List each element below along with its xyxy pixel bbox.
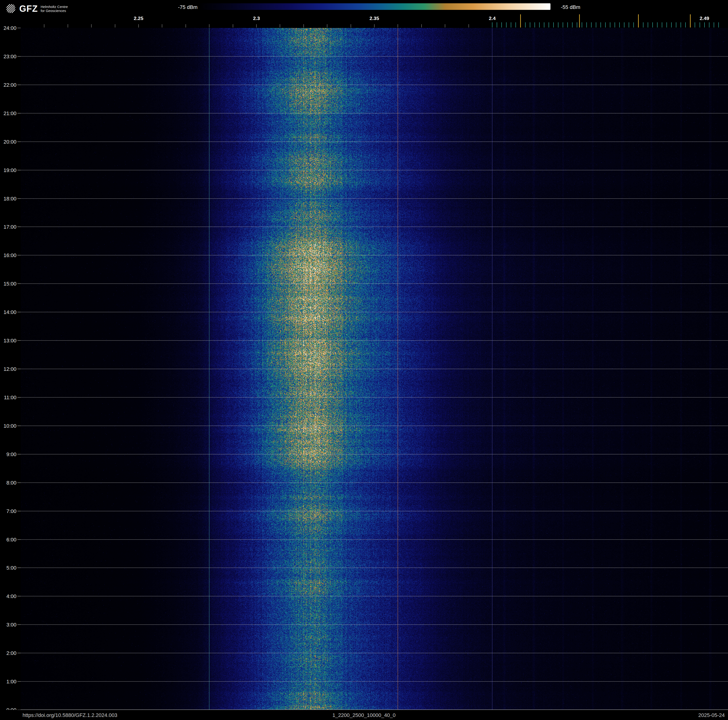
ism-channel-tick <box>515 22 516 28</box>
time-tick-label: 11:00 <box>0 395 17 401</box>
ism-channel-tick <box>492 22 492 28</box>
ism-channel-tick <box>681 22 681 28</box>
ism-channel-tick <box>676 22 676 28</box>
time-tick-label: 23:00 <box>0 54 17 60</box>
frequency-minor-tick <box>468 24 469 28</box>
hour-axis-tick <box>17 483 21 483</box>
hour-gridline <box>21 340 728 341</box>
time-tick-label: 1:00 <box>0 679 17 685</box>
hour-axis-tick <box>17 397 21 398</box>
ism-channel-tick <box>610 22 610 28</box>
hour-axis-tick <box>17 454 21 455</box>
ism-channel-tick <box>530 22 530 28</box>
ism-channel-tick <box>582 22 582 28</box>
date-text: 2025-05-24 <box>698 712 725 718</box>
header: GFZ Helmholtz Centre for Geosciences -75… <box>0 0 728 28</box>
ism-channel-tick <box>563 22 563 28</box>
hour-axis-tick <box>17 596 21 596</box>
frequency-marker-line <box>492 28 492 710</box>
hour-gridline <box>21 255 728 256</box>
frequency-minor-tick <box>115 24 115 28</box>
hour-gridline <box>21 511 728 511</box>
hour-gridline <box>21 426 728 426</box>
time-tick-label: 15:00 <box>0 281 17 287</box>
time-tick-label: 17:00 <box>0 224 17 230</box>
ism-channel-tick <box>605 22 606 28</box>
ism-channel-tick <box>586 22 587 28</box>
ism-channel-tick <box>667 22 667 28</box>
ism-channel-tick <box>662 22 662 28</box>
ism-channel-tick <box>700 22 700 28</box>
hour-axis-tick <box>17 511 21 511</box>
frequency-minor-tick <box>91 24 92 28</box>
ism-channel-tick <box>657 22 658 28</box>
hour-gridline <box>21 170 728 170</box>
hour-gridline <box>21 624 728 625</box>
ism-channel-tick <box>567 22 568 28</box>
hour-axis-tick <box>17 312 21 312</box>
time-tick-label: 3:00 <box>0 622 17 628</box>
time-tick-label: 21:00 <box>0 110 17 116</box>
ism-channel-tick <box>506 22 506 28</box>
ism-channel-tick <box>601 22 601 28</box>
brand-subtitle: Helmholtz Centre for Geosciences <box>41 5 68 13</box>
hour-axis-tick <box>17 255 21 256</box>
frequency-minor-tick <box>233 24 233 28</box>
dataset-id-text: 1_2200_2500_10000_40_0 <box>0 712 728 718</box>
frequency-tick-label: 2.49 <box>694 15 715 21</box>
ism-channel-tick <box>596 22 596 28</box>
ism-channel-tick <box>558 22 558 28</box>
hour-axis-tick <box>17 170 21 170</box>
hour-axis-tick <box>17 624 21 625</box>
ism-channel-tick <box>624 22 624 28</box>
frequency-minor-tick <box>303 24 304 28</box>
brand-subtitle-line1: Helmholtz Centre <box>41 5 68 9</box>
wifi-channel-marker-tick <box>638 14 639 28</box>
time-tick-label: 20:00 <box>0 139 17 145</box>
ism-channel-tick <box>685 22 686 28</box>
hour-axis-tick <box>17 567 21 568</box>
ism-channel-tick <box>633 22 634 28</box>
hour-gridline <box>21 567 728 568</box>
hour-axis-tick <box>17 56 21 57</box>
time-tick-label: 6:00 <box>0 537 17 543</box>
hour-axis-tick <box>17 141 21 142</box>
hour-axis-tick <box>17 369 21 369</box>
time-tick-label: 18:00 <box>0 196 17 202</box>
ism-channel-tick <box>648 22 648 28</box>
frequency-minor-tick <box>256 24 257 28</box>
hour-gridline <box>21 397 728 398</box>
time-tick-label: 8:00 <box>0 480 17 486</box>
ism-channel-tick <box>502 22 502 28</box>
time-tick-label: 14:00 <box>0 309 17 316</box>
time-tick-label: 2:00 <box>0 650 17 656</box>
ism-channel-tick <box>718 22 719 28</box>
frequency-minor-tick <box>398 24 398 28</box>
time-tick-label: 22:00 <box>0 82 17 88</box>
frequency-minor-tick <box>67 24 68 28</box>
colorbar-gradient <box>200 3 551 10</box>
frequency-tick-label: 2.3 <box>246 15 267 21</box>
wifi-channel-marker-tick <box>520 14 521 28</box>
hour-axis-tick <box>17 283 21 284</box>
hour-axis-tick <box>17 653 21 653</box>
ism-channel-tick <box>544 22 544 28</box>
frequency-minor-tick <box>374 24 375 28</box>
hour-axis-tick <box>17 681 21 682</box>
hour-axis-tick <box>17 113 21 113</box>
frequency-minor-tick <box>162 24 162 28</box>
ism-channel-tick <box>549 22 549 28</box>
ism-channel-tick <box>643 22 644 28</box>
ism-channel-tick <box>652 22 653 28</box>
hour-axis-tick <box>17 227 21 227</box>
frequency-minor-tick <box>350 24 351 28</box>
hour-gridline <box>21 84 728 85</box>
hour-gridline <box>21 369 728 369</box>
footer: https://doi.org/10.5880/GFZ.1.2.2024.003… <box>0 710 728 720</box>
ism-channel-tick <box>553 22 554 28</box>
spectrogram-page: GFZ Helmholtz Centre for Geosciences -75… <box>0 0 728 720</box>
hour-gridline <box>21 653 728 653</box>
time-tick-label: 12:00 <box>0 366 17 372</box>
ism-channel-tick <box>577 22 577 28</box>
ism-channel-tick <box>619 22 620 28</box>
